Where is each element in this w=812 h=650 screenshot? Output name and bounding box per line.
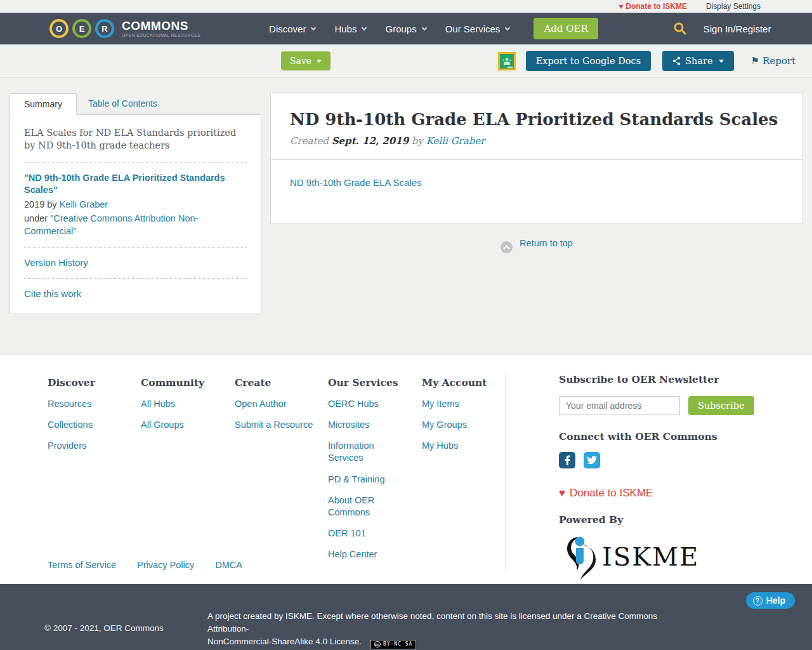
footer-link-open-author[interactable]: Open Author (235, 398, 308, 410)
footer-link-pd-training[interactable]: PD & Training (328, 474, 401, 486)
divider (24, 247, 247, 248)
search-icon[interactable] (673, 22, 687, 36)
facebook-icon[interactable] (559, 452, 575, 468)
cc-by-nc-sa-badge[interactable]: cc BY-NC-SA (370, 640, 417, 649)
display-settings-link[interactable]: Display Settings (706, 2, 761, 11)
citation-year-line: 2019 by Kelli Graber (24, 199, 247, 211)
footer-link-microsites[interactable]: Microsites (328, 419, 401, 431)
footer-link-oerc-hubs[interactable]: OERC Hubs (328, 398, 401, 410)
nav-our-services[interactable]: Our Services (445, 23, 510, 34)
footer-link-about-oer-commons[interactable]: About OER Commons (328, 494, 401, 519)
copyright-text: © 2007 - 2021, OER Commons (44, 623, 164, 633)
email-input[interactable] (559, 396, 680, 415)
summary-text: ELA Scales for ND ELA Standards prioriti… (24, 126, 247, 152)
footer-link-all-groups[interactable]: All Groups (141, 419, 214, 431)
save-button[interactable]: Save (281, 51, 331, 70)
divider (24, 162, 247, 162)
caret-down-icon (317, 60, 322, 63)
return-to-top[interactable]: Return to top (270, 238, 803, 253)
footer-link-submit-resource[interactable]: Submit a Resource (235, 419, 320, 431)
chevron-down-icon (421, 25, 426, 30)
donate-to-iskme-top-link[interactable]: ♥ Donate to ISKME (619, 2, 687, 11)
content-area: Summary Table of Contents ELA Scales for… (0, 78, 812, 355)
donate-top-label: Donate to ISKME (625, 2, 687, 11)
footer-link-oer-101[interactable]: OER 101 (328, 527, 401, 540)
logo-letter-o: O (49, 19, 69, 38)
donate-to-iskme-footer-link[interactable]: ♥ Donate to ISKME (559, 487, 756, 500)
nav-hubs[interactable]: Hubs (334, 23, 366, 34)
report-button[interactable]: ⚑ Report (751, 55, 796, 67)
subscribe-button[interactable]: Subscribe (688, 396, 754, 415)
resource-body: ND 9th-10th Grade ELA Scales (271, 160, 802, 223)
resource-panel: ND 9th-10th Grade ELA Prioritized Standa… (270, 93, 803, 224)
citation-title-link[interactable]: "ND 9th-10th Grade ELA Prioritized Stand… (24, 172, 247, 197)
privacy-policy-link[interactable]: Privacy Policy (137, 560, 194, 570)
footer-col-our-services: Our Services OERC Hubs Microsites Inform… (328, 376, 422, 569)
logo-text: COMMONS OPEN EDUCATIONAL RESOURCES (122, 20, 200, 38)
nav-links: Discover Hubs Groups Our Services (269, 23, 509, 34)
flag-icon: ⚑ (751, 55, 759, 67)
resource-header: ND 9th-10th Grade ELA Prioritized Standa… (271, 93, 802, 160)
footer-link-my-items[interactable]: My Items (422, 398, 495, 410)
connect-heading: Connect with OER Commons (559, 430, 756, 442)
export-google-docs-button[interactable]: Export to Google Docs (526, 51, 651, 71)
resource-toolbar: Save Export to Google Docs Share ⚑ Repor… (0, 44, 812, 78)
cite-this-work-link[interactable]: Cite this work (24, 288, 81, 299)
newsletter-section: Subscribe to OER Newsletter Subscribe Co… (559, 373, 756, 580)
oer-commons-logo[interactable]: O E R COMMONS OPEN EDUCATIONAL RESOURCES (49, 19, 200, 38)
terms-of-service-link[interactable]: Terms of Service (48, 560, 116, 570)
resource-author-link[interactable]: Kelli Graber (426, 135, 485, 147)
resource-content-link[interactable]: ND 9th-10th Grade ELA Scales (290, 177, 422, 188)
footer-col-discover: Discover Resources Collections Providers (48, 376, 141, 569)
citation-license-line: under "Creative Commons Attribution Non-… (24, 213, 247, 237)
utility-bar: ♥ Donate to ISKME Display Settings (0, 0, 812, 13)
classroom-strip (508, 67, 513, 68)
heart-icon: ♥ (559, 487, 565, 500)
footer-link-resources[interactable]: Resources (48, 398, 121, 410)
share-button[interactable]: Share (662, 51, 733, 71)
caret-down-icon (719, 60, 724, 63)
iskme-logo[interactable]: ISKME (559, 533, 756, 580)
chevron-down-icon (362, 25, 367, 30)
legal-links: Terms of Service Privacy Policy DMCA (48, 560, 242, 570)
footer-link-my-groups[interactable]: My Groups (422, 419, 495, 431)
arrow-up-circle-icon (501, 241, 513, 253)
main-navbar: O E R COMMONS OPEN EDUCATIONAL RESOURCES… (0, 13, 812, 44)
bottom-bar: © 2007 - 2021, OER Commons A project cre… (0, 584, 812, 650)
footer-link-information-services[interactable]: Information Services (328, 440, 401, 464)
footer-link-all-hubs[interactable]: All Hubs (141, 398, 214, 410)
logo-letter-r: R (95, 19, 114, 38)
sign-in-register-link[interactable]: Sign In/Register (704, 23, 771, 34)
site-footer: Discover Resources Collections Providers… (0, 355, 812, 584)
citation-license-link[interactable]: "Creative Commons Attribution Non-Commer… (24, 213, 198, 236)
version-history-link[interactable]: Version History (24, 257, 88, 268)
toolbar-right-group: Export to Google Docs Share ⚑ Report (498, 51, 796, 71)
heart-icon: ♥ (619, 2, 623, 11)
dmca-link[interactable]: DMCA (215, 560, 242, 570)
twitter-icon[interactable] (584, 452, 600, 468)
iskme-mark (559, 533, 601, 580)
tab-table-of-contents[interactable]: Table of Contents (77, 93, 169, 114)
nav-groups[interactable]: Groups (385, 23, 426, 34)
footer-link-my-hubs[interactable]: My Hubs (422, 440, 495, 452)
footer-link-help-center[interactable]: Help Center (328, 548, 401, 560)
footer-link-providers[interactable]: Providers (48, 440, 121, 452)
nav-discover[interactable]: Discover (269, 23, 315, 34)
summary-panel: ELA Scales for ND ELA Standards prioriti… (10, 114, 261, 314)
cc-icon: cc (374, 641, 381, 647)
page-title: ND 9th-10th Grade ELA Prioritized Standa… (290, 110, 783, 129)
citation-author-link[interactable]: Kelli Graber (60, 199, 108, 209)
help-button[interactable]: ? Help (746, 592, 795, 609)
newsletter-heading: Subscribe to OER Newsletter (559, 373, 756, 385)
google-classroom-icon[interactable] (498, 52, 516, 70)
created-line: Created Sept. 12, 2019 by Kelli Graber (290, 135, 783, 147)
footer-col-community: Community All Hubs All Groups (141, 376, 235, 569)
license-text: A project created by ISKME. Except where… (207, 610, 677, 649)
add-oer-button[interactable]: Add OER (534, 18, 598, 39)
sidebar-tabs: Summary Table of Contents (10, 93, 261, 114)
footer-col-create: Create Open Author Submit a Resource (235, 376, 328, 569)
tab-summary[interactable]: Summary (10, 93, 77, 115)
footer-link-collections[interactable]: Collections (48, 419, 121, 431)
chevron-down-icon (505, 25, 510, 30)
powered-by-heading: Powered By (559, 514, 756, 526)
